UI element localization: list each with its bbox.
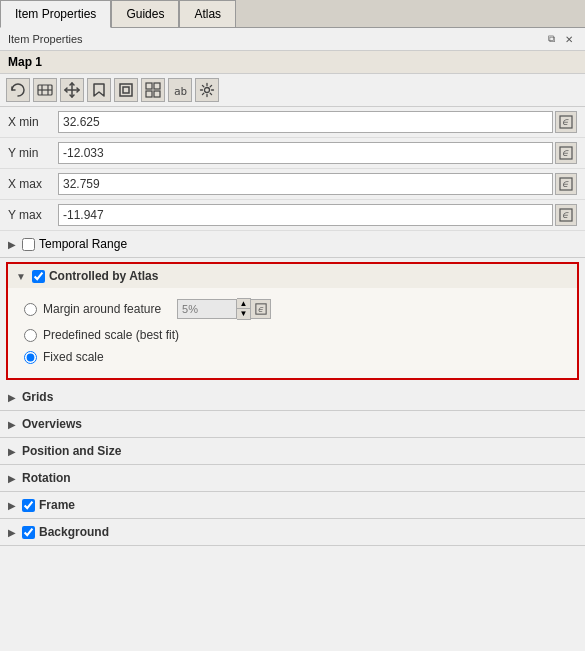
margin-input-wrap: ▲ ▼ ∈	[177, 298, 271, 320]
atlas-checkbox[interactable]	[32, 270, 45, 283]
background-section[interactable]: ▶ Background	[0, 519, 585, 546]
tab-guides[interactable]: Guides	[111, 0, 179, 27]
xmax-formula-button[interactable]: ∈	[555, 173, 577, 195]
tab-atlas[interactable]: Atlas	[179, 0, 236, 27]
ymin-formula-button[interactable]: ∈	[555, 142, 577, 164]
svg-rect-2	[123, 87, 129, 93]
xmin-input[interactable]	[58, 111, 553, 133]
predefined-label: Predefined scale (best fit)	[43, 328, 179, 342]
toolbar: abc	[0, 74, 585, 107]
bookmark-button[interactable]	[87, 78, 111, 102]
ymax-formula-button[interactable]: ∈	[555, 204, 577, 226]
scroll-area: X min ∈ Y min ∈ X max	[0, 107, 585, 651]
tab-bar: Item Properties Guides Atlas	[0, 0, 585, 28]
ymin-row: Y min ∈	[0, 138, 585, 169]
frame-label: Frame	[39, 498, 75, 512]
temporal-range-label: Temporal Range	[39, 237, 127, 251]
temporal-range-checkbox[interactable]	[22, 238, 35, 251]
svg-text:abc: abc	[174, 85, 188, 98]
svg-rect-1	[120, 84, 132, 96]
map-preview-button[interactable]	[33, 78, 57, 102]
settings-button[interactable]	[195, 78, 219, 102]
grids-section[interactable]: ▶ Grids	[0, 384, 585, 411]
fixed-scale-label: Fixed scale	[43, 350, 104, 364]
ymax-input[interactable]	[58, 204, 553, 226]
frame-arrow: ▶	[8, 500, 16, 511]
main-panel: Item Properties ⧉ ✕ Map 1	[0, 28, 585, 651]
grids-arrow: ▶	[8, 392, 16, 403]
margin-spinner[interactable]: ▲ ▼	[237, 298, 251, 320]
xmin-formula-button[interactable]: ∈	[555, 111, 577, 133]
panel-header-icons: ⧉ ✕	[543, 31, 577, 47]
svg-text:∈: ∈	[562, 179, 570, 189]
svg-text:∈: ∈	[562, 117, 570, 127]
map-title: Map 1	[0, 51, 585, 74]
xmax-label: X max	[8, 177, 58, 191]
margin-label: Margin around feature	[43, 302, 161, 316]
close-icon[interactable]: ✕	[561, 31, 577, 47]
margin-input[interactable]	[177, 299, 237, 319]
rotation-section[interactable]: ▶ Rotation	[0, 465, 585, 492]
move-content-button[interactable]	[60, 78, 84, 102]
margin-radio-row: Margin around feature ▲ ▼ ∈	[24, 294, 561, 324]
svg-text:∈: ∈	[257, 305, 264, 314]
grid-button[interactable]	[141, 78, 165, 102]
predefined-radio-row: Predefined scale (best fit)	[24, 324, 561, 346]
svg-rect-6	[154, 91, 160, 97]
ymax-label: Y max	[8, 208, 58, 222]
xmin-row: X min ∈	[0, 107, 585, 138]
position-size-arrow: ▶	[8, 446, 16, 457]
margin-radio[interactable]	[24, 303, 37, 316]
xmax-input[interactable]	[58, 173, 553, 195]
controlled-by-atlas-section: ▼ Controlled by Atlas Margin around feat…	[6, 262, 579, 380]
svg-rect-4	[154, 83, 160, 89]
svg-text:∈: ∈	[562, 148, 570, 158]
predefined-radio[interactable]	[24, 329, 37, 342]
rotation-label: Rotation	[22, 471, 71, 485]
overviews-label: Overviews	[22, 417, 82, 431]
atlas-header[interactable]: ▼ Controlled by Atlas	[8, 264, 577, 288]
refresh-button[interactable]	[6, 78, 30, 102]
ymax-row: Y max ∈	[0, 200, 585, 231]
svg-text:∈: ∈	[562, 210, 570, 220]
ymin-label: Y min	[8, 146, 58, 160]
xmax-row: X max ∈	[0, 169, 585, 200]
tab-item-properties[interactable]: Item Properties	[0, 0, 111, 28]
panel-header-label: Item Properties	[8, 33, 83, 45]
svg-rect-5	[146, 91, 152, 97]
margin-formula-button[interactable]: ∈	[251, 299, 271, 319]
svg-point-8	[205, 88, 210, 93]
position-size-label: Position and Size	[22, 444, 121, 458]
xmin-label: X min	[8, 115, 58, 129]
panel-header: Item Properties ⧉ ✕	[0, 28, 585, 51]
frame-section[interactable]: ▶ Frame	[0, 492, 585, 519]
position-size-section[interactable]: ▶ Position and Size	[0, 438, 585, 465]
atlas-arrow: ▼	[16, 271, 26, 282]
spin-up[interactable]: ▲	[237, 299, 250, 309]
frame-checkbox[interactable]	[22, 499, 35, 512]
float-icon[interactable]: ⧉	[543, 31, 559, 47]
temporal-range-arrow: ▶	[8, 239, 16, 250]
grids-label: Grids	[22, 390, 53, 404]
atlas-label: Controlled by Atlas	[49, 269, 159, 283]
background-checkbox[interactable]	[22, 526, 35, 539]
fixed-scale-radio-row: Fixed scale	[24, 346, 561, 368]
atlas-label-button[interactable]: abc	[168, 78, 192, 102]
ymin-input[interactable]	[58, 142, 553, 164]
overviews-arrow: ▶	[8, 419, 16, 430]
fixed-scale-radio[interactable]	[24, 351, 37, 364]
temporal-range-section[interactable]: ▶ Temporal Range	[0, 231, 585, 258]
atlas-content: Margin around feature ▲ ▼ ∈	[8, 288, 577, 378]
extent-button[interactable]	[114, 78, 138, 102]
svg-rect-3	[146, 83, 152, 89]
background-label: Background	[39, 525, 109, 539]
rotation-arrow: ▶	[8, 473, 16, 484]
spin-down[interactable]: ▼	[237, 309, 250, 319]
background-arrow: ▶	[8, 527, 16, 538]
overviews-section[interactable]: ▶ Overviews	[0, 411, 585, 438]
